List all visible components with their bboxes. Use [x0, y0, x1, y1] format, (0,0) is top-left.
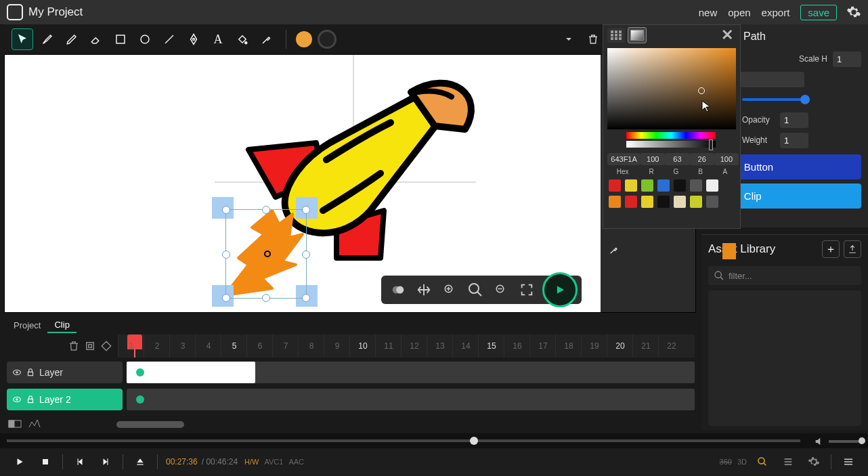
- settings-icon[interactable]: [804, 452, 824, 472]
- threesixty-badge[interactable]: 360: [720, 458, 732, 466]
- ruler-tick[interactable]: 4: [195, 334, 221, 358]
- b-input[interactable]: [690, 153, 714, 165]
- scale-h-input[interactable]: [833, 51, 861, 67]
- eject-button[interactable]: [130, 452, 150, 472]
- color-swatch[interactable]: [674, 179, 686, 192]
- ruler-tick[interactable]: 11: [375, 334, 402, 358]
- ruler-tick[interactable]: 12: [401, 334, 427, 358]
- eraser-tool[interactable]: [86, 29, 106, 49]
- stop-button[interactable]: [35, 452, 56, 472]
- trash-icon[interactable]: [583, 29, 603, 49]
- color-swatch[interactable]: [625, 179, 637, 192]
- play-button[interactable]: [9, 452, 30, 472]
- brush-tool[interactable]: [37, 29, 58, 49]
- path-tab[interactable]: Path: [743, 30, 766, 43]
- swatch-grid-tab[interactable]: [607, 28, 625, 43]
- color-swatch[interactable]: [690, 196, 702, 208]
- text-tool[interactable]: A: [208, 29, 228, 49]
- ruler-tick[interactable]: 3: [169, 334, 196, 358]
- zoom-icon[interactable]: [464, 278, 487, 301]
- project-tab[interactable]: Project: [7, 318, 47, 332]
- timeline-trash-icon[interactable]: [68, 340, 80, 352]
- ruler-tick[interactable]: 21: [632, 334, 659, 358]
- eyedropper-icon[interactable]: [609, 244, 620, 255]
- ruler-tick[interactable]: 7: [272, 334, 299, 358]
- color-swatch[interactable]: [625, 196, 637, 208]
- settings-gear-icon[interactable]: [846, 5, 861, 20]
- color-swatch[interactable]: [657, 196, 670, 208]
- stroke-color-swatch[interactable]: [318, 30, 337, 49]
- ruler-tick[interactable]: 15: [478, 334, 504, 358]
- close-icon[interactable]: ✕: [718, 26, 736, 44]
- ruler-tick[interactable]: 20: [607, 334, 633, 358]
- timeline-waveform-icon[interactable]: [28, 420, 42, 428]
- ruler-tick[interactable]: 18: [555, 334, 582, 358]
- ellipse-tool[interactable]: [135, 29, 155, 49]
- ruler-tick[interactable]: 22: [658, 334, 685, 358]
- canvas[interactable]: [5, 55, 601, 312]
- rectangle-tool[interactable]: [110, 29, 131, 49]
- color-swatch[interactable]: [641, 196, 653, 208]
- ruler-tick[interactable]: 19: [581, 334, 607, 358]
- color-swatch[interactable]: [706, 196, 718, 208]
- menu-icon[interactable]: [838, 452, 859, 472]
- lightness-slider[interactable]: [626, 141, 716, 148]
- ruler-tick[interactable]: 14: [452, 334, 479, 358]
- weight-input[interactable]: [780, 133, 808, 148]
- new-link[interactable]: new: [699, 7, 718, 18]
- ruler-tick[interactable]: 8: [298, 334, 324, 358]
- a-input[interactable]: [714, 153, 739, 165]
- color-gradient-field[interactable]: [607, 48, 736, 129]
- eye-icon[interactable]: [12, 395, 22, 404]
- r-input[interactable]: [641, 153, 665, 165]
- color-swatch[interactable]: [657, 179, 670, 192]
- zoom-in-icon[interactable]: [438, 278, 461, 301]
- timeline-ruler[interactable]: 12345678910111213141516171819202122: [118, 334, 695, 358]
- ruler-tick[interactable]: 16: [504, 334, 530, 358]
- dropdown-caret-icon[interactable]: [559, 29, 579, 49]
- cursor-tool[interactable]: [12, 28, 33, 50]
- fill-bucket-tool[interactable]: [232, 29, 253, 49]
- clip-tab[interactable]: Clip: [47, 318, 76, 333]
- timeline-keyframe-icon[interactable]: [100, 340, 112, 352]
- ruler-tick[interactable]: 5: [221, 334, 247, 358]
- color-swatch[interactable]: [690, 179, 702, 192]
- ruler-tick[interactable]: 17: [529, 334, 556, 358]
- selection-box[interactable]: [225, 209, 307, 299]
- layer-label[interactable]: Layer 2: [7, 389, 123, 410]
- play-preview-button[interactable]: [542, 272, 578, 307]
- export-link[interactable]: export: [762, 7, 790, 18]
- line-tool[interactable]: [159, 29, 179, 49]
- hex-input[interactable]: [607, 153, 641, 165]
- pan-icon[interactable]: [412, 278, 435, 301]
- open-link[interactable]: open: [728, 7, 750, 18]
- color-swatch[interactable]: [706, 179, 718, 192]
- global-scrub-track[interactable]: [7, 439, 800, 442]
- volume-icon[interactable]: [814, 436, 825, 447]
- track-bar[interactable]: [127, 362, 695, 383]
- keyframe-dot[interactable]: [136, 395, 144, 404]
- threed-badge[interactable]: 3D: [737, 458, 747, 466]
- g-input[interactable]: [665, 153, 689, 165]
- prev-frame-button[interactable]: [70, 452, 90, 472]
- fill-color-swatch[interactable]: [296, 31, 312, 47]
- timeline-hscroll[interactable]: [116, 421, 685, 428]
- ruler-tick[interactable]: 13: [427, 334, 453, 358]
- ruler-tick[interactable]: 6: [246, 334, 273, 358]
- color-swatch[interactable]: [674, 196, 686, 208]
- list-view-icon[interactable]: [778, 452, 798, 472]
- pencil-tool[interactable]: [62, 29, 82, 49]
- opacity-input[interactable]: [780, 112, 808, 128]
- ruler-tick[interactable]: 9: [324, 334, 350, 358]
- ruler-tick[interactable]: 1: [118, 334, 144, 358]
- eye-icon[interactable]: [12, 368, 22, 377]
- save-button[interactable]: save: [800, 5, 837, 20]
- lock-icon[interactable]: [26, 368, 35, 377]
- color-swatch[interactable]: [609, 196, 621, 208]
- global-scrub-knob[interactable]: [470, 437, 478, 445]
- next-frame-button[interactable]: [95, 452, 116, 472]
- gradient-tab[interactable]: [628, 27, 647, 43]
- timeline-duplicate-icon[interactable]: [84, 340, 96, 352]
- eyedropper-tool[interactable]: [257, 29, 277, 49]
- ruler-tick[interactable]: 10: [349, 334, 376, 358]
